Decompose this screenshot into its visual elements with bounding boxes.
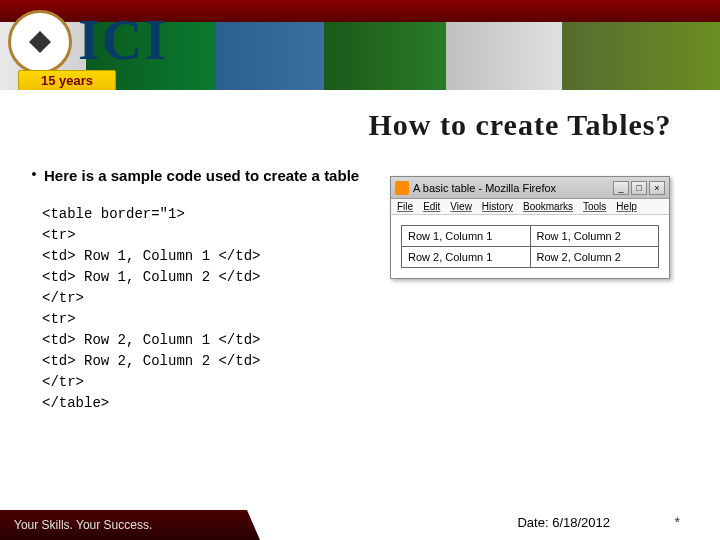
code-line: </tr> xyxy=(42,288,364,309)
table-cell: Row 1, Column 1 xyxy=(402,226,531,247)
logo-text: ICI xyxy=(78,8,168,72)
menu-edit: Edit xyxy=(423,201,440,212)
browser-window: A basic table - Mozilla Firefox _ □ × Fi… xyxy=(390,176,670,279)
menu-tools: Tools xyxy=(583,201,606,212)
code-line: <td> Row 2, Column 1 </td> xyxy=(42,330,364,351)
maximize-icon: □ xyxy=(631,181,647,195)
minimize-icon: _ xyxy=(613,181,629,195)
menu-view: View xyxy=(450,201,472,212)
table-row: Row 2, Column 1 Row 2, Column 2 xyxy=(402,247,659,268)
table-cell: Row 1, Column 2 xyxy=(530,226,659,247)
footer-marker: * xyxy=(675,514,680,530)
window-titlebar: A basic table - Mozilla Firefox _ □ × xyxy=(391,177,669,199)
code-line: <tr> xyxy=(42,309,364,330)
menu-help: Help xyxy=(616,201,637,212)
firefox-icon xyxy=(395,181,409,195)
menu-file: File xyxy=(397,201,413,212)
code-line: <td> Row 2, Column 2 </td> xyxy=(42,351,364,372)
header-banner: ICI 15 years xyxy=(0,0,720,90)
code-line: <td> Row 1, Column 1 </td> xyxy=(42,246,364,267)
bullet-text: Here is a sample code used to create a t… xyxy=(44,166,359,186)
left-column: • Here is a sample code used to create a… xyxy=(24,166,364,414)
code-line: <tr> xyxy=(42,225,364,246)
close-icon: × xyxy=(649,181,665,195)
content-area: • Here is a sample code used to create a… xyxy=(0,166,720,414)
browser-content: Row 1, Column 1 Row 1, Column 2 Row 2, C… xyxy=(391,215,669,278)
window-title: A basic table - Mozilla Firefox xyxy=(413,182,609,194)
right-column: A basic table - Mozilla Firefox _ □ × Fi… xyxy=(364,166,696,414)
table-cell: Row 2, Column 2 xyxy=(530,247,659,268)
anniversary-ribbon: 15 years xyxy=(18,70,116,90)
bullet-item: • Here is a sample code used to create a… xyxy=(24,166,364,186)
window-buttons: _ □ × xyxy=(613,181,665,195)
footer-date: Date: 6/18/2012 xyxy=(517,515,610,530)
code-line: </table> xyxy=(42,393,364,414)
footer: Your Skills. Your Success. Date: 6/18/20… xyxy=(0,500,720,540)
footer-tagline: Your Skills. Your Success. xyxy=(0,510,260,540)
code-line: </tr> xyxy=(42,372,364,393)
rendered-table: Row 1, Column 1 Row 1, Column 2 Row 2, C… xyxy=(401,225,659,268)
code-line: <td> Row 1, Column 2 </td> xyxy=(42,267,364,288)
menu-bookmarks: Bookmarks xyxy=(523,201,573,212)
browser-menubar: File Edit View History Bookmarks Tools H… xyxy=(391,199,669,215)
slide-title: How to create Tables? xyxy=(320,108,720,142)
logo-emblem xyxy=(8,10,72,74)
table-row: Row 1, Column 1 Row 1, Column 2 xyxy=(402,226,659,247)
table-cell: Row 2, Column 1 xyxy=(402,247,531,268)
code-block: <table border="1> <tr> <td> Row 1, Colum… xyxy=(42,204,364,414)
menu-history: History xyxy=(482,201,513,212)
bullet-dot-icon: • xyxy=(24,166,44,186)
code-line: <table border="1> xyxy=(42,204,364,225)
